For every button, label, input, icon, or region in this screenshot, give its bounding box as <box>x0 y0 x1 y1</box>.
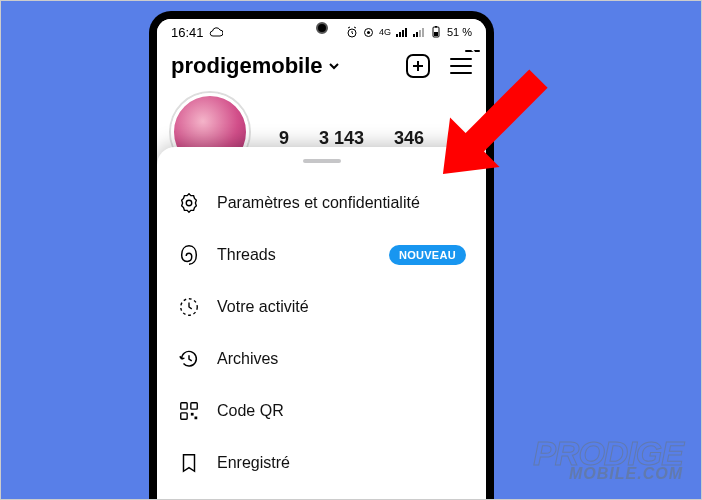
archive-icon <box>177 347 201 371</box>
chevron-down-icon <box>327 59 341 73</box>
svg-rect-4 <box>434 32 438 36</box>
watermark: PRODIGE MOBILE.COM <box>533 439 683 481</box>
battery-percent: 51 % <box>447 26 472 38</box>
qr-icon <box>177 399 201 423</box>
settings-status-icon <box>363 27 374 38</box>
svg-point-2 <box>367 31 370 34</box>
stat-following[interactable]: 346 <box>394 128 424 149</box>
stat-posts[interactable]: 9 <box>279 128 289 149</box>
svg-rect-11 <box>191 413 194 416</box>
alarm-icon <box>346 26 358 38</box>
svg-point-6 <box>186 200 192 206</box>
menu-item-qr[interactable]: Code QR <box>157 385 486 437</box>
new-badge: NOUVEAU <box>389 245 466 265</box>
username-label: prodigemobile <box>171 53 323 79</box>
svg-rect-10 <box>181 413 187 419</box>
watermark-line1: PRODIGE <box>533 439 683 468</box>
cloud-icon <box>209 27 223 37</box>
menu-item-threads[interactable]: Threads NOUVEAU <box>157 229 486 281</box>
menu-label: Archives <box>217 350 466 368</box>
menu-label: Votre activité <box>217 298 466 316</box>
annotation-arrow <box>421 41 571 201</box>
svg-rect-9 <box>191 403 197 409</box>
battery-icon <box>430 26 442 38</box>
menu-item-parental[interactable]: Supervision parentale <box>157 489 486 500</box>
stat-followers[interactable]: 3 143 <box>319 128 364 149</box>
signal-icon <box>396 28 408 37</box>
username-dropdown[interactable]: prodigemobile <box>171 53 341 79</box>
camera-hole <box>316 22 328 34</box>
threads-icon <box>177 243 201 267</box>
svg-rect-8 <box>181 403 187 409</box>
menu-item-activity[interactable]: Votre activité <box>157 281 486 333</box>
gear-icon <box>177 191 201 215</box>
activity-icon <box>177 295 201 319</box>
menu-item-saved[interactable]: Enregistré <box>157 437 486 489</box>
menu-label: Threads <box>217 246 373 264</box>
menu-item-archives[interactable]: Archives <box>157 333 486 385</box>
svg-rect-12 <box>195 417 198 420</box>
svg-rect-5 <box>435 26 437 28</box>
signal-icon-2 <box>413 28 425 37</box>
status-time: 16:41 <box>171 25 204 40</box>
network-type: 4G <box>379 28 391 37</box>
menu-label: Enregistré <box>217 454 466 472</box>
sheet-grabber[interactable] <box>303 159 341 163</box>
menu-label: Code QR <box>217 402 466 420</box>
bookmark-icon <box>177 451 201 475</box>
